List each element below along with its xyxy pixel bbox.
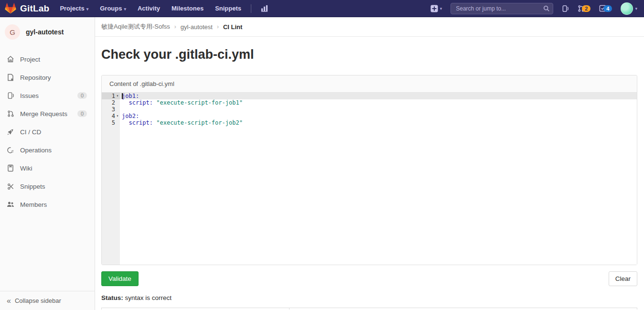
user-avatar — [621, 2, 633, 15]
project-sidebar: G gyl-autotest Project Repository — [0, 17, 95, 310]
issues-count-badge: 0 — [77, 92, 87, 99]
yaml-key: script: — [122, 119, 156, 126]
validate-button[interactable]: Validate — [101, 271, 139, 286]
yaml-string: "execute-script-for-job1" — [156, 99, 243, 106]
breadcrumb-group[interactable]: 敏捷Aqile测试专用-Sofss — [101, 22, 170, 31]
sidebar-item-label: Project — [20, 56, 40, 63]
plus-square-icon — [430, 5, 438, 12]
sidebar-item-label: Snippets — [20, 183, 45, 190]
nav-divider — [251, 4, 251, 13]
editor-header-label: Content of .gitlab-ci.yml — [102, 75, 637, 93]
yaml-string: "execute-script-for-job2" — [156, 119, 243, 126]
book-icon — [7, 164, 14, 172]
sidebar-item-label: CI / CD — [20, 128, 41, 136]
fold-icon[interactable]: ▾ — [115, 113, 120, 119]
nav-activity[interactable]: Activity — [138, 5, 160, 12]
breadcrumb-current: CI Lint — [223, 23, 242, 31]
code-line-4[interactable]: 4 ▾ job2: — [102, 113, 637, 119]
project-context-header[interactable]: G gyl-autotest — [0, 17, 95, 46]
nav-projects[interactable]: Projects — [60, 5, 88, 12]
user-menu-button[interactable] — [621, 2, 637, 15]
code-line-2[interactable]: 2 script: "execute-script-for-job1" — [102, 99, 637, 106]
line-number: 1 — [112, 93, 115, 99]
yaml-key: job2: — [122, 113, 139, 119]
tanuki-icon — [5, 3, 16, 14]
sidebar-item-operations[interactable]: Operations — [0, 141, 95, 159]
sidebar-item-project[interactable]: Project — [0, 50, 95, 68]
scissors-icon — [7, 182, 14, 190]
breadcrumb-separator: › — [217, 23, 219, 30]
merge-requests-nav-icon[interactable]: 2 — [578, 5, 590, 12]
ci-lint-editor: Content of .gitlab-ci.yml 1 ▾ job1: 2 sc… — [101, 75, 637, 265]
sidebar-item-label: Operations — [20, 147, 52, 154]
text-cursor — [122, 93, 123, 99]
result-table-column-divider — [102, 308, 290, 310]
line-number: 2 — [112, 99, 115, 106]
sidebar-item-issues[interactable]: Issues 0 — [0, 86, 95, 105]
users-icon — [7, 201, 14, 208]
charts-icon[interactable] — [261, 5, 268, 12]
todos-nav-icon[interactable]: 4 — [599, 5, 612, 12]
double-chevron-left-icon — [7, 297, 11, 305]
code-line-3[interactable]: 3 — [102, 106, 637, 113]
sidebar-item-merge-requests[interactable]: Merge Requests 0 — [0, 105, 95, 123]
global-search — [451, 3, 553, 14]
code-line-1[interactable]: 1 ▾ job1: — [102, 93, 637, 99]
project-avatar: G — [5, 24, 20, 40]
fold-icon[interactable]: ▾ — [115, 93, 120, 99]
breadcrumb: 敏捷Aqile测试专用-Sofss › gyl-autotest › CI Li… — [95, 17, 644, 37]
sidebar-item-label: Merge Requests — [20, 110, 67, 118]
result-table-edge — [101, 308, 637, 310]
status-label: Status: — [101, 294, 123, 301]
merge-requests-count-badge: 0 — [77, 110, 87, 117]
code-editor[interactable]: 1 ▾ job1: 2 script: "execute-script-for-… — [102, 93, 637, 265]
nav-milestones[interactable]: Milestones — [172, 5, 204, 12]
search-icon — [543, 5, 550, 12]
collapse-sidebar-label: Collapse sidebar — [15, 297, 61, 304]
rocket-icon — [7, 128, 14, 136]
clear-button[interactable]: Clear — [609, 271, 637, 286]
line-number: 4 — [112, 113, 115, 119]
wrench-icon — [7, 146, 14, 154]
main-content: 敏捷Aqile测试专用-Sofss › gyl-autotest › CI Li… — [95, 17, 644, 310]
page-title: Check your .gitlab-ci.yml — [101, 47, 637, 62]
collapse-sidebar-button[interactable]: Collapse sidebar — [0, 291, 95, 310]
sidebar-item-label: Members — [20, 201, 47, 208]
yaml-key: script: — [122, 99, 156, 106]
sidebar-item-wiki[interactable]: Wiki — [0, 159, 95, 177]
project-name: gyl-autotest — [26, 28, 64, 36]
search-input[interactable] — [451, 3, 553, 14]
sidebar-item-label: Wiki — [20, 165, 32, 172]
todos-count-badge[interactable]: 4 — [603, 5, 612, 12]
sidebar-item-label: Issues — [20, 92, 39, 99]
sidebar-item-label: Repository — [20, 74, 51, 81]
issues-icon — [7, 92, 14, 99]
sidebar-item-snippets[interactable]: Snippets — [0, 177, 95, 195]
nav-groups[interactable]: Groups — [100, 5, 126, 12]
document-icon — [7, 74, 14, 81]
nav-snippets[interactable]: Snippets — [215, 5, 241, 12]
lint-status: Status: syntax is correct — [101, 294, 637, 301]
sidebar-item-repository[interactable]: Repository — [0, 68, 95, 86]
status-value: syntax is correct — [125, 294, 172, 301]
breadcrumb-separator: › — [174, 23, 176, 30]
gitlab-logo[interactable]: GitLab — [5, 3, 49, 14]
line-number: 3 — [112, 106, 115, 113]
gitlab-wordmark: GitLab — [20, 3, 49, 14]
code-line-5[interactable]: 5 script: "execute-script-for-job2" — [102, 119, 637, 126]
issues-nav-icon[interactable] — [562, 5, 569, 12]
sidebar-item-members[interactable]: Members — [0, 195, 95, 214]
line-number: 5 — [112, 119, 115, 126]
merge-requests-count-badge[interactable]: 2 — [582, 5, 590, 12]
new-menu-button[interactable] — [430, 5, 442, 12]
breadcrumb-project[interactable]: gyl-autotest — [181, 23, 213, 31]
top-navbar: GitLab Projects Groups Activity Mileston… — [0, 0, 644, 17]
yaml-key: job1: — [122, 93, 139, 99]
home-icon — [7, 55, 14, 63]
sidebar-item-ci-cd[interactable]: CI / CD — [0, 123, 95, 141]
merge-request-icon — [7, 110, 14, 118]
